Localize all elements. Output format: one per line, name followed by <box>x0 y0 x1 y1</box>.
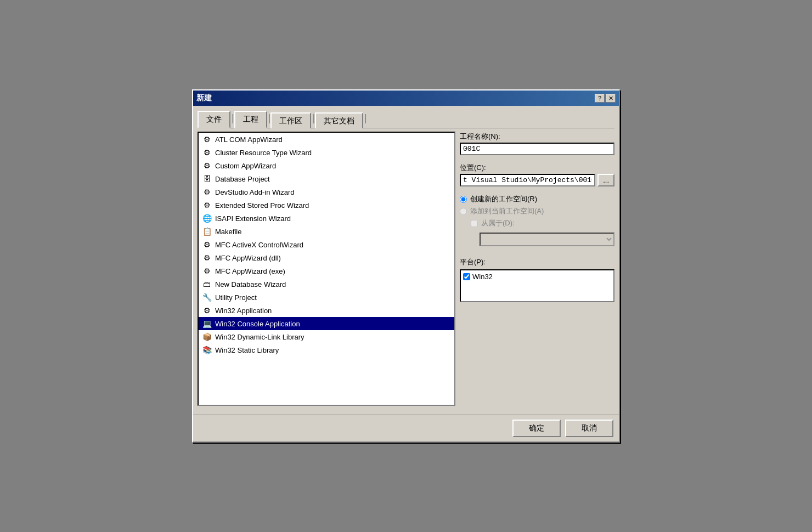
list-item-label: Win32 Application <box>215 307 272 315</box>
list-item-label: Extended Stored Proc Wizard <box>215 201 309 210</box>
create-workspace-label: 创建新的工作空间(R) <box>470 194 537 204</box>
list-item-label: Makefile <box>215 228 241 236</box>
list-item-icon: 💻 <box>202 319 212 329</box>
list-item-icon: 📚 <box>202 345 212 355</box>
list-item[interactable]: 📦Win32 Dynamic-Link Library <box>199 330 454 343</box>
depends-select[interactable] <box>480 233 614 246</box>
new-dialog: 新建 ? ✕ 文件 | 工程 | 工作区 | 其它文档 | <box>192 89 620 443</box>
depend-option[interactable]: 从属于(D): <box>471 218 614 228</box>
list-item-label: MFC AppWizard (exe) <box>215 267 285 275</box>
location-label: 位置(C): <box>460 163 614 173</box>
create-workspace-radio[interactable] <box>460 196 467 203</box>
add-workspace-option[interactable]: 添加到当前工作空间(A) <box>460 206 614 216</box>
list-item-icon: ⚙ <box>202 253 212 263</box>
platform-win32-label: Win32 <box>472 273 493 281</box>
workspace-options: 创建新的工作空间(R) 添加到当前工作空间(A) 从属于(D): <box>460 194 614 246</box>
list-item-label: Database Project <box>215 175 270 183</box>
list-item-label: MFC AppWizard (dll) <box>215 254 281 262</box>
list-item-label: MFC ActiveX ControlWizard <box>215 241 303 249</box>
tab-project[interactable]: 工程 <box>234 111 267 128</box>
add-workspace-radio[interactable] <box>460 208 467 215</box>
list-item[interactable]: 💻Win32 Console Application <box>199 317 454 330</box>
depend-label: 从属于(D): <box>481 218 515 228</box>
list-item[interactable]: ⚙MFC AppWizard (dll) <box>199 251 454 264</box>
list-item-label: ATL COM AppWizard <box>215 135 283 144</box>
list-item-icon: 🔧 <box>202 292 212 302</box>
tab-other[interactable]: 其它文档 <box>315 112 363 128</box>
name-input[interactable] <box>460 143 614 155</box>
list-item-icon: ⚙ <box>202 200 212 210</box>
list-item-icon: ⚙ <box>202 148 212 157</box>
dialog-footer: 确定 取消 <box>193 415 619 442</box>
cancel-button[interactable]: 取消 <box>565 420 613 437</box>
list-item[interactable]: ⚙MFC AppWizard (exe) <box>199 264 454 278</box>
list-item-icon: 🌐 <box>202 213 212 223</box>
list-item-icon: 📋 <box>202 227 212 236</box>
list-item[interactable]: 🔧Utility Project <box>199 291 454 304</box>
list-item-icon: ⚙ <box>202 240 212 250</box>
list-item-label: Cluster Resource Type Wizard <box>215 149 312 157</box>
list-item-label: Utility Project <box>215 293 257 302</box>
list-item-icon: 🗄 <box>202 174 212 184</box>
list-item-icon: 📦 <box>202 332 212 342</box>
list-item-icon: ⚙ <box>202 305 212 315</box>
list-item[interactable]: 🗃New Database Wizard <box>199 278 454 291</box>
list-item[interactable]: 📋Makefile <box>199 225 454 238</box>
create-workspace-option[interactable]: 创建新的工作空间(R) <box>460 194 614 204</box>
list-item[interactable]: ⚙Win32 Application <box>199 304 454 317</box>
right-panel: 工程名称(N): 位置(C): ... 创建新的工作空间(R) <box>460 132 614 406</box>
list-item[interactable]: ⚙MFC ActiveX ControlWizard <box>199 238 454 251</box>
platform-label: 平台(P): <box>460 257 614 267</box>
list-item-icon: ⚙ <box>202 161 212 171</box>
tab-file[interactable]: 文件 <box>198 111 230 128</box>
list-item[interactable]: ⚙DevStudio Add-in Wizard <box>199 185 454 199</box>
title-bar: 新建 ? ✕ <box>193 90 619 106</box>
tab-separator-4: | <box>364 113 367 125</box>
location-input[interactable] <box>460 174 595 186</box>
list-item[interactable]: 🌐ISAPI Extension Wizard <box>199 212 454 225</box>
add-workspace-label: 添加到当前工作空间(A) <box>470 206 544 216</box>
help-button[interactable]: ? <box>595 94 605 103</box>
list-item-label: New Database Wizard <box>215 280 286 288</box>
platform-list: Win32 <box>460 269 614 302</box>
list-item-label: Win32 Static Library <box>215 346 279 354</box>
depend-checkbox[interactable] <box>471 220 478 227</box>
name-section: 工程名称(N): <box>460 132 614 155</box>
close-button[interactable]: ✕ <box>606 94 616 103</box>
list-item-icon: 🗃 <box>202 279 212 289</box>
browse-button[interactable]: ... <box>597 174 614 186</box>
dialog-body: 文件 | 工程 | 工作区 | 其它文档 | ⚙ATL COM AppWizar… <box>193 106 619 410</box>
list-item[interactable]: 🗄Database Project <box>199 172 454 185</box>
platform-win32-checkbox[interactable] <box>463 273 470 280</box>
name-label: 工程名称(N): <box>460 132 614 142</box>
project-list[interactable]: ⚙ATL COM AppWizard⚙Cluster Resource Type… <box>198 132 455 406</box>
depends-row <box>480 233 614 246</box>
list-item-icon: ⚙ <box>202 187 212 197</box>
list-item-icon: ⚙ <box>202 134 212 144</box>
list-item-label: Win32 Console Application <box>215 320 300 328</box>
list-item[interactable]: ⚙Custom AppWizard <box>199 159 454 172</box>
list-item-label: Custom AppWizard <box>215 162 276 170</box>
tabs-row: 文件 | 工程 | 工作区 | 其它文档 | <box>198 110 614 128</box>
list-item-icon: ⚙ <box>202 266 212 276</box>
list-item[interactable]: ⚙ATL COM AppWizard <box>199 133 454 146</box>
tab-workspace[interactable]: 工作区 <box>270 112 311 128</box>
platform-section: 平台(P): Win32 <box>460 257 614 302</box>
title-bar-buttons: ? ✕ <box>595 94 616 103</box>
list-item[interactable]: ⚙Cluster Resource Type Wizard <box>199 146 454 159</box>
platform-win32: Win32 <box>463 273 611 281</box>
list-item-label: Win32 Dynamic-Link Library <box>215 333 304 341</box>
content-area: ⚙ATL COM AppWizard⚙Cluster Resource Type… <box>198 132 614 406</box>
list-item-label: ISAPI Extension Wizard <box>215 214 291 223</box>
list-item[interactable]: 📚Win32 Static Library <box>199 343 454 356</box>
ok-button[interactable]: 确定 <box>512 420 561 437</box>
location-section: 位置(C): ... <box>460 163 614 186</box>
list-item[interactable]: ⚙Extended Stored Proc Wizard <box>199 199 454 212</box>
list-item-label: DevStudio Add-in Wizard <box>215 188 295 196</box>
location-row: ... <box>460 174 614 186</box>
dialog-title: 新建 <box>196 93 212 103</box>
